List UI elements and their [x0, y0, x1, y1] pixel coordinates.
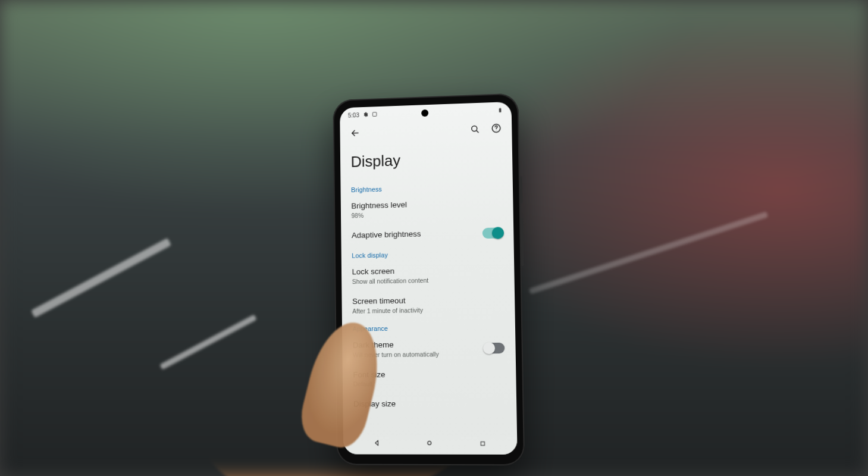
battery-icon — [497, 107, 503, 112]
toggle-knob — [492, 227, 504, 239]
svg-rect-1 — [499, 108, 501, 112]
circle-home-icon — [425, 439, 434, 449]
row-subtitle: After 1 minute of inactivity — [352, 305, 504, 315]
back-button[interactable] — [347, 126, 364, 142]
navigation-bar — [343, 434, 518, 455]
svg-rect-7 — [481, 442, 484, 446]
square-recents-icon — [479, 439, 486, 449]
row-subtitle: Default — [353, 380, 506, 388]
help-icon — [491, 123, 502, 136]
row-brightness-level[interactable]: Brightness level 98% — [341, 192, 513, 226]
row-adaptive-brightness[interactable]: Adaptive brightness — [341, 221, 513, 248]
arrow-back-icon — [350, 127, 361, 140]
row-lock-screen[interactable]: Lock screen Show all notification conten… — [341, 258, 515, 291]
nav-home-button[interactable] — [411, 439, 449, 449]
triangle-back-icon — [372, 439, 381, 449]
search-icon — [469, 124, 480, 137]
gear-icon — [363, 112, 369, 118]
help-button[interactable] — [488, 121, 505, 138]
search-button[interactable] — [466, 121, 483, 139]
row-screen-timeout[interactable]: Screen timeout After 1 minute of inactiv… — [341, 288, 515, 320]
status-time: 5:03 — [348, 112, 359, 118]
svg-point-6 — [428, 441, 431, 445]
toggle-adaptive-brightness[interactable] — [482, 227, 503, 239]
toggle-knob — [483, 342, 496, 354]
svg-rect-2 — [500, 108, 501, 108]
row-title: Adaptive brightness — [352, 228, 475, 241]
volume-button — [520, 176, 523, 203]
screenshot-icon — [372, 111, 378, 117]
svg-point-5 — [496, 130, 497, 131]
toggle-dark-theme[interactable] — [484, 342, 505, 353]
nav-back-button[interactable] — [358, 439, 396, 449]
svg-rect-0 — [373, 112, 377, 117]
nav-recents-button[interactable] — [463, 439, 502, 449]
page-title: Display — [340, 140, 513, 182]
row-title: Display size — [353, 399, 506, 410]
